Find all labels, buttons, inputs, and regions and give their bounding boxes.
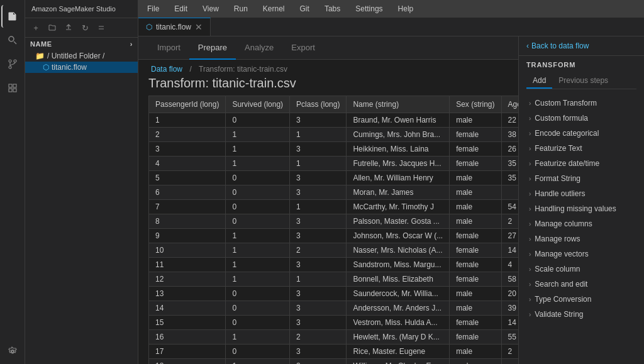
- table-header-pclass--long-: Pclass (long): [290, 96, 347, 113]
- transform-item-featurize-text[interactable]: ›Featurize Text: [526, 141, 636, 156]
- transform-item-format-string[interactable]: ›Format String: [526, 171, 636, 186]
- breadcrumb: Data flow / Transform: titanic-train.csv: [138, 60, 518, 76]
- transform-item-scale-column[interactable]: ›Scale column: [526, 262, 636, 277]
- transform-chevron-icon: ›: [529, 175, 531, 182]
- svg-rect-5: [9, 84, 12, 87]
- table-cell-r5-c2: 3: [290, 185, 347, 200]
- tab-prepare[interactable]: Prepare: [189, 36, 236, 60]
- table-cell-r6-c1: 0: [226, 200, 290, 214]
- table-row: 1403Andersson, Mr. Anders J...male39: [149, 301, 519, 316]
- table-cell-r0-c1: 0: [226, 113, 290, 128]
- table-cell-r15-c0: 16: [149, 330, 226, 345]
- new-folder-button[interactable]: [45, 21, 59, 35]
- table-cell-r2-c4: female: [450, 142, 501, 157]
- refresh-button[interactable]: ↻: [78, 21, 92, 35]
- transform-item-handle-outliers[interactable]: ›Handle outliers: [526, 186, 636, 201]
- table-cell-r8-c4: female: [450, 229, 501, 243]
- breadcrumb-current: Transform: titanic-train.csv: [199, 65, 287, 74]
- table-cell-r9-c0: 10: [149, 243, 226, 258]
- data-table-container[interactable]: PassengerId (long)Survived (long)Pclass …: [138, 96, 518, 364]
- transform-item-manage-vectors[interactable]: ›Manage vectors: [526, 246, 636, 262]
- transform-item-label: Encode categorical: [535, 129, 599, 138]
- table-row: 1612Hewlett, Mrs. (Mary D K...female55: [149, 330, 519, 345]
- transform-item-custom-transform[interactable]: ›Custom Transform: [526, 96, 636, 111]
- table-cell-r1-c1: 1: [226, 128, 290, 142]
- table-cell-r14-c0: 15: [149, 316, 226, 330]
- right-panel: ‹ Back to data flow TRANSFORM Add Previo…: [518, 36, 644, 364]
- menu-item-kernel[interactable]: Kernel: [259, 2, 289, 16]
- upload-button[interactable]: [62, 21, 75, 35]
- tab-analyze[interactable]: Analyze: [236, 36, 282, 60]
- file-section-header[interactable]: Name ›: [25, 38, 138, 50]
- menu-item-run[interactable]: Run: [230, 2, 252, 16]
- menu-item-tabs[interactable]: Tabs: [321, 2, 344, 16]
- titanic-flow-tab[interactable]: ⬡ titanic.flow ✕: [138, 18, 211, 36]
- menu-item-git[interactable]: Git: [296, 2, 313, 16]
- titanic-flow-file[interactable]: ⬡ titanic.flow: [25, 62, 138, 73]
- transform-item-featurize-date-time[interactable]: ›Featurize date/time: [526, 156, 636, 171]
- transform-tabs: Add Previous steps: [526, 74, 636, 89]
- table-cell-r9-c1: 1: [226, 243, 290, 258]
- tab-close-button[interactable]: ✕: [195, 22, 203, 32]
- svg-point-2: [9, 60, 11, 62]
- table-header-row: PassengerId (long)Survived (long)Pclass …: [149, 96, 519, 113]
- search-icon[interactable]: [1, 29, 24, 52]
- untitled-folder-item[interactable]: 📁 / Untitled Folder /: [25, 50, 138, 62]
- menu-item-help[interactable]: Help: [394, 2, 418, 16]
- source-control-icon[interactable]: [1, 53, 24, 75]
- transform-chevron-icon: ›: [529, 296, 531, 303]
- transform-item-search-and-edit[interactable]: ›Search and edit: [526, 277, 636, 292]
- transform-item-label: Featurize date/time: [535, 159, 599, 168]
- table-cell-r13-c1: 0: [226, 301, 290, 316]
- table-row: 1503Vestrom, Miss. Hulda A...female14: [149, 316, 519, 330]
- transform-item-encode-categorical[interactable]: ›Encode categorical: [526, 126, 636, 141]
- extensions-icon[interactable]: [1, 77, 24, 99]
- section-name-label: Name: [30, 40, 52, 48]
- menu-item-view[interactable]: View: [199, 2, 223, 16]
- table-cell-r16-c1: 0: [226, 345, 290, 359]
- table-cell-r13-c2: 3: [290, 301, 347, 316]
- collapse-button[interactable]: [94, 21, 108, 35]
- transform-item-type-conversion[interactable]: ›Type Conversion: [526, 292, 636, 307]
- menu-item-edit[interactable]: Edit: [170, 2, 191, 16]
- transform-item-custom-formula[interactable]: ›Custom formula: [526, 111, 636, 126]
- table-row: 503Allen, Mr. William Henrymale35: [149, 171, 519, 185]
- table-header-age--long-: Age (long): [501, 96, 518, 113]
- menu-item-file[interactable]: File: [143, 2, 163, 16]
- settings-icon[interactable]: [1, 340, 24, 363]
- table-cell-r15-c1: 1: [226, 330, 290, 345]
- menu-item-settings[interactable]: Settings: [352, 2, 386, 16]
- right-panel-header: ‹ Back to data flow: [519, 36, 644, 56]
- files-icon[interactable]: [1, 5, 24, 28]
- table-cell-r5-c4: male: [450, 185, 501, 200]
- tab-export[interactable]: Export: [282, 36, 324, 60]
- transform-tab-previous[interactable]: Previous steps: [552, 74, 614, 89]
- back-to-data-flow-link[interactable]: ‹ Back to data flow: [526, 41, 589, 50]
- table-cell-r12-c5: 20: [501, 287, 518, 301]
- transform-item-validate-string[interactable]: ›Validate String: [526, 307, 636, 322]
- svg-rect-6: [13, 84, 16, 87]
- new-file-button[interactable]: +: [29, 21, 43, 35]
- table-cell-r8-c3: Johnson, Mrs. Oscar W (...: [347, 229, 450, 243]
- table-cell-r17-c5: [501, 359, 518, 365]
- transform-item-label: Custom formula: [535, 114, 588, 123]
- table-cell-r17-c4: male: [450, 359, 501, 365]
- transform-item-handling-missing-values[interactable]: ›Handling missing values: [526, 201, 636, 216]
- tab-import[interactable]: Import: [148, 36, 189, 60]
- center-content: Import Prepare Analyze Export Data flow …: [138, 36, 518, 364]
- table-cell-r8-c2: 3: [290, 229, 347, 243]
- transform-item-manage-columns[interactable]: ›Manage columns: [526, 216, 636, 231]
- table-cell-r11-c5: 58: [501, 272, 518, 287]
- table-cell-r9-c2: 2: [290, 243, 347, 258]
- table-row: 1303Saundercock, Mr. Willia...male20: [149, 287, 519, 301]
- table-cell-r0-c3: Braund, Mr. Owen Harris: [347, 113, 450, 128]
- breadcrumb-link[interactable]: Data flow: [151, 65, 182, 74]
- table-cell-r11-c1: 1: [226, 272, 290, 287]
- transform-item-manage-rows[interactable]: ›Manage rows: [526, 231, 636, 246]
- table-cell-r10-c0: 11: [149, 258, 226, 272]
- table-row: 211Cumings, Mrs. John Bra...female38: [149, 128, 519, 142]
- table-cell-r11-c0: 12: [149, 272, 226, 287]
- transform-tab-add[interactable]: Add: [526, 74, 552, 89]
- svg-point-4: [14, 60, 16, 62]
- table-cell-r16-c2: 3: [290, 345, 347, 359]
